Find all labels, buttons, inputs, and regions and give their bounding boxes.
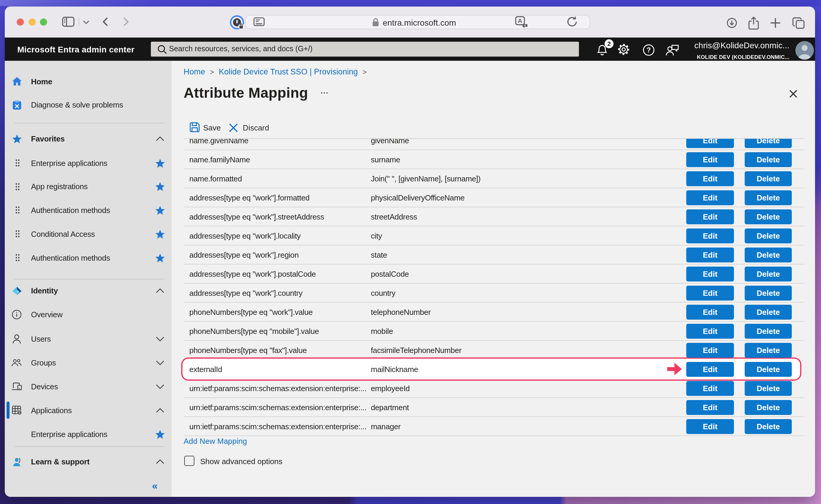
svg-text:A: A (518, 17, 522, 24)
svg-text:x: x (524, 23, 526, 27)
